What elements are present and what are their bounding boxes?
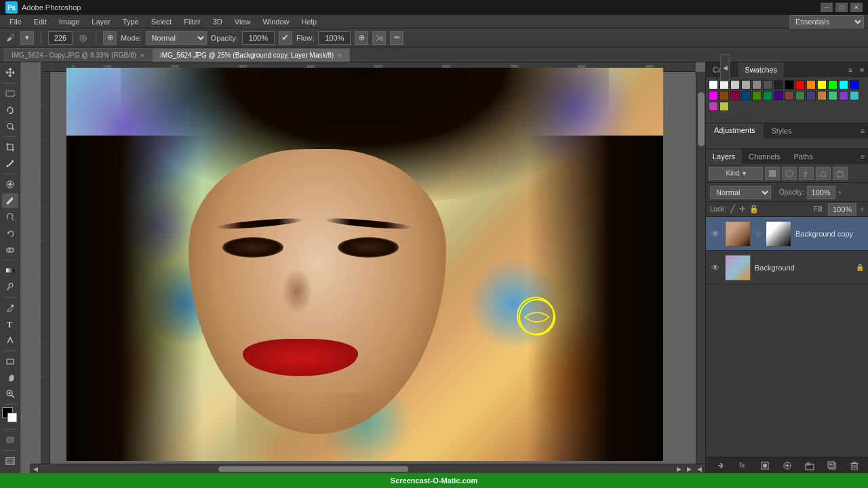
tab-1[interactable]: IMG_5624.JPG @ 25% (Background copy, Lay… <box>153 48 350 62</box>
swatch-item[interactable] <box>774 91 783 100</box>
scroll-left-btn[interactable]: ◀ <box>31 466 40 472</box>
mode-dropdown[interactable]: Normal <box>146 31 207 45</box>
panel-collapse-btn[interactable]: ◀ <box>720 54 730 81</box>
layer-item-background-copy[interactable]: 👁 ⛓ Background copy <box>706 217 868 251</box>
swatch-item[interactable] <box>806 80 816 89</box>
swatch-item[interactable] <box>763 80 772 89</box>
airbrush-btn[interactable]: ✔ <box>279 31 292 45</box>
add-mask-btn[interactable] <box>758 460 772 472</box>
menu-select[interactable]: Select <box>146 16 178 27</box>
maximize-button[interactable]: □ <box>835 3 848 12</box>
fill-arrow[interactable]: ▾ <box>861 206 864 213</box>
menu-layer[interactable]: Layer <box>86 16 116 27</box>
quick-mask-btn[interactable] <box>2 432 18 447</box>
type-tool[interactable]: T <box>2 317 18 331</box>
layer-visibility-eye-1[interactable]: 👁 <box>710 262 721 273</box>
swatch-item[interactable] <box>763 91 772 100</box>
menu-file[interactable]: File <box>4 16 27 27</box>
styles-tab[interactable]: Styles <box>764 123 800 138</box>
menu-help[interactable]: Help <box>296 16 323 27</box>
swatch-item[interactable] <box>709 80 718 89</box>
swatch-item[interactable] <box>741 91 751 100</box>
swatch-item[interactable] <box>785 80 794 89</box>
menu-filter[interactable]: Filter <box>178 16 205 27</box>
swatch-item[interactable] <box>719 91 729 100</box>
new-fill-adjustment-btn[interactable] <box>781 460 794 472</box>
fx-btn[interactable]: fx <box>736 460 749 472</box>
photo-canvas[interactable] <box>66 68 663 461</box>
swatch-item[interactable] <box>730 80 740 89</box>
history-brush-tool[interactable] <box>2 226 18 241</box>
path-select-tool[interactable] <box>2 333 18 348</box>
swatch-item[interactable] <box>719 102 729 111</box>
airbrush-toggle[interactable]: 🌬 <box>372 31 386 45</box>
swatch-item[interactable] <box>817 80 827 89</box>
canvas-container[interactable]: 0 100 200 300 400 500 <box>20 62 705 473</box>
pen-tool[interactable] <box>2 300 18 315</box>
menu-type[interactable]: Type <box>117 16 144 27</box>
healing-tool[interactable] <box>2 177 18 192</box>
zoom-tool[interactable] <box>2 386 18 401</box>
swatch-item[interactable] <box>839 91 848 100</box>
close-button[interactable]: ✕ <box>850 3 863 12</box>
eyedropper-tool[interactable] <box>2 156 18 171</box>
workspace-dropdown[interactable]: Essentials <box>789 15 864 28</box>
dodge-tool[interactable] <box>2 279 18 294</box>
swatch-item[interactable] <box>752 80 762 89</box>
brush-tool[interactable] <box>2 193 18 208</box>
lasso-tool[interactable] <box>2 102 18 117</box>
panel-top-close-btn[interactable]: ✕ <box>856 66 868 74</box>
swatch-item[interactable] <box>709 91 718 100</box>
brush-icon[interactable]: 🖌 <box>4 32 16 44</box>
menu-window[interactable]: Window <box>257 16 294 27</box>
screen-mode-btn[interactable] <box>2 453 18 468</box>
tab-0-close[interactable]: ✕ <box>140 52 145 59</box>
brush-size-icon[interactable]: ◎ <box>77 32 89 44</box>
horizontal-scrollbar[interactable]: ◀ ▶ ▶ ◀ <box>30 464 705 473</box>
tool-preset-picker[interactable]: ▾ <box>20 31 34 45</box>
type-layer-filter[interactable]: T <box>799 167 814 180</box>
lock-move-icon[interactable]: ✛ <box>739 205 745 214</box>
layer-item-background[interactable]: 👁 Background 🔒 <box>706 251 868 285</box>
marquee-tool[interactable] <box>2 86 18 101</box>
layer-mask-0[interactable] <box>766 221 791 247</box>
titlebar-controls[interactable]: ─ □ ✕ <box>821 3 863 12</box>
fill-input[interactable] <box>828 203 856 216</box>
shape-layer-filter[interactable] <box>816 167 831 180</box>
swatch-item[interactable] <box>806 91 816 100</box>
pixel-layer-filter[interactable] <box>765 167 780 180</box>
eraser-tool[interactable] <box>2 242 18 257</box>
nav-play-btn[interactable]: ▶ <box>685 466 694 472</box>
move-tool[interactable] <box>2 65 18 80</box>
panel-mid-options-btn[interactable]: ≡ <box>857 127 868 135</box>
flow-pressure-btn[interactable]: ⊕ <box>355 31 368 45</box>
swatch-item[interactable] <box>741 80 751 89</box>
color-picker[interactable] <box>2 407 18 426</box>
swatch-item[interactable] <box>839 80 848 89</box>
blend-mode-dropdown[interactable]: Normal <box>710 186 771 199</box>
kind-filter-btn[interactable]: Kind ▾ <box>709 167 763 180</box>
shape-tool[interactable] <box>2 354 18 369</box>
swatches-tab[interactable]: Swatches <box>738 62 785 77</box>
swatch-item[interactable] <box>850 80 859 89</box>
swatch-item[interactable] <box>850 91 859 100</box>
layers-tab[interactable]: Layers <box>706 149 742 164</box>
layer-opacity-input[interactable] <box>807 186 835 199</box>
opacity-arrow[interactable]: ▾ <box>838 189 842 196</box>
menu-view[interactable]: View <box>229 16 256 27</box>
swatch-item[interactable] <box>817 91 827 100</box>
swatch-item[interactable] <box>785 91 794 100</box>
menu-3d[interactable]: 3D <box>208 16 228 27</box>
swatch-item[interactable] <box>795 91 805 100</box>
nav-prev-btn[interactable]: ◀ <box>695 466 704 472</box>
scroll-right-btn[interactable]: ▶ <box>675 466 684 472</box>
opacity-input[interactable] <box>242 31 275 45</box>
new-layer-btn[interactable] <box>825 460 839 472</box>
swatch-item[interactable] <box>752 91 762 100</box>
new-group-btn[interactable] <box>803 460 816 472</box>
quick-select-tool[interactable] <box>2 119 18 134</box>
link-layers-btn[interactable] <box>713 460 727 472</box>
lock-pixels-icon[interactable]: ╱ <box>730 205 735 214</box>
adjustment-layer-filter[interactable] <box>782 167 797 180</box>
channels-tab[interactable]: Channels <box>742 149 787 164</box>
